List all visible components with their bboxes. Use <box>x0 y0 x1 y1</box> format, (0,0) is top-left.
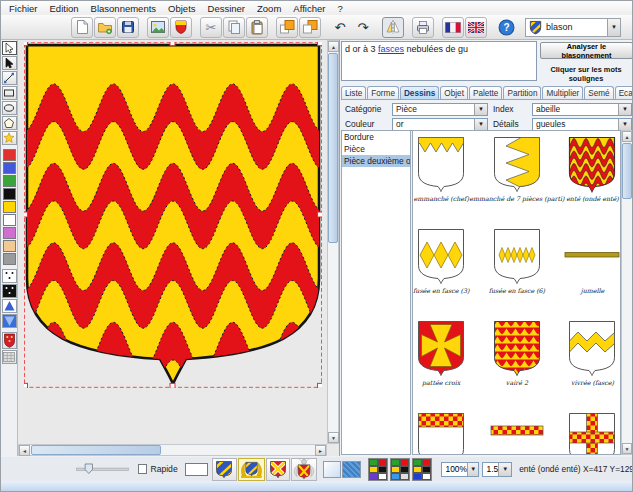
pattern-azure-button[interactable] <box>2 314 17 328</box>
new-document-button[interactable] <box>71 17 93 38</box>
tab-palette[interactable]: Palette <box>469 86 503 99</box>
pattern-ermine-button[interactable] <box>2 269 17 283</box>
cut-button[interactable]: ✂ <box>200 17 222 38</box>
color-swatch[interactable] <box>3 214 16 226</box>
line-tool-button[interactable] <box>2 71 17 85</box>
mirror-button[interactable] <box>382 17 404 38</box>
line-width-select[interactable]: 1.5▼ <box>482 462 512 477</box>
shield-ermine-button[interactable] <box>2 332 17 349</box>
color-swatch[interactable] <box>3 201 16 213</box>
export-image-button[interactable] <box>147 17 169 38</box>
redo-button[interactable]: ↷ <box>352 17 374 38</box>
new-blazon-button[interactable] <box>170 17 192 38</box>
menu-edition[interactable]: Edition <box>44 3 85 14</box>
send-to-back-button[interactable] <box>299 17 321 38</box>
gallery-item-chef-echiquete[interactable] <box>413 407 469 455</box>
select-alt-tool-button[interactable] <box>2 56 17 70</box>
tab-dessins[interactable]: Dessins <box>400 86 439 99</box>
bring-to-front-button[interactable] <box>276 17 298 38</box>
chevron-down-icon[interactable]: ▼ <box>474 119 487 130</box>
palette-color-cell[interactable] <box>413 459 422 466</box>
rectangle-tool-button[interactable] <box>2 86 17 100</box>
gallery-item-vaire-2[interactable]: vairé 2 <box>469 315 564 407</box>
palette-color-cell[interactable] <box>378 473 387 480</box>
palette-color-cell[interactable] <box>369 466 378 473</box>
tab-forme[interactable]: Forme <box>367 86 399 99</box>
preview-shield-saltire-button[interactable] <box>266 458 291 481</box>
tab-seme[interactable]: Semé <box>584 86 613 99</box>
tab-liste[interactable]: Liste <box>341 86 366 99</box>
scroll-up-arrow[interactable]: ▲ <box>328 41 339 52</box>
chevron-down-icon[interactable]: ▼ <box>618 104 631 115</box>
gallery-item-ente-onde[interactable]: enté (ondé enté) <box>564 131 620 223</box>
preview-shield-supporters-button[interactable] <box>238 458 265 481</box>
palette-grid[interactable] <box>412 458 432 481</box>
color-palette-grids[interactable] <box>368 458 434 481</box>
palette-grid[interactable] <box>390 458 410 481</box>
palette-color-cell[interactable] <box>400 459 409 466</box>
texture-fill-swatch[interactable] <box>342 461 360 478</box>
palette-color-cell[interactable] <box>378 459 387 466</box>
drawing-canvas[interactable]: ▲ ▼ ◄ ► <box>18 40 339 456</box>
blazon-word-link[interactable]: fasces <box>378 44 404 54</box>
gallery-scrollbar[interactable]: ▲ ▼ <box>621 130 633 455</box>
list-item[interactable]: Bordure <box>342 131 410 143</box>
gallery-item-pattee-croix[interactable]: pattée croix <box>413 315 469 407</box>
blason-selector[interactable]: blason ▼ <box>525 18 621 37</box>
analyze-blazon-button[interactable]: Analyser le blasonnement <box>540 42 633 59</box>
palette-grid[interactable] <box>368 458 388 481</box>
blazon-text-input[interactable]: d or à 3 fasces nebulées de gu <box>341 41 537 81</box>
palette-color-cell[interactable] <box>369 459 378 466</box>
menu-fichier[interactable]: Fichier <box>3 3 44 14</box>
select-tool-button[interactable] <box>2 41 17 55</box>
chevron-down-icon[interactable]: ▼ <box>618 119 631 130</box>
palette-color-cell[interactable] <box>422 459 431 466</box>
gallery-scroll-thumb[interactable] <box>622 143 632 199</box>
color-swatch[interactable] <box>3 253 16 265</box>
undo-button[interactable]: ↶ <box>329 17 351 38</box>
background-color-swatch[interactable] <box>185 463 208 476</box>
palette-color-cell[interactable] <box>413 466 422 473</box>
palette-color-cell[interactable] <box>422 473 431 480</box>
list-item[interactable]: Pièce <box>342 143 410 155</box>
gallery-item-emmanche-parti[interactable]: emmanché de 7 pièces (parti) <box>469 131 564 223</box>
palette-color-cell[interactable] <box>391 459 400 466</box>
canvas-vertical-scrollbar[interactable]: ▲ ▼ <box>327 40 339 444</box>
pattern-counter-ermine-button[interactable] <box>2 284 17 298</box>
scroll-up-arrow[interactable]: ▲ <box>622 131 632 142</box>
copy-button[interactable] <box>223 17 245 38</box>
tab-ecartele[interactable]: Ecartelé <box>615 86 633 99</box>
tab-multiplier[interactable]: Multiplier <box>542 86 583 99</box>
palette-color-cell[interactable] <box>400 473 409 480</box>
grid-view-button[interactable] <box>2 350 17 364</box>
categorie-select[interactable]: Pièce▼ <box>392 103 488 116</box>
palette-color-cell[interactable] <box>369 473 378 480</box>
gallery-item-jumelle[interactable]: jumelle <box>564 223 620 315</box>
preview-full-achievement-button[interactable] <box>291 458 317 481</box>
save-button[interactable] <box>117 17 139 38</box>
couleur-select[interactable]: or▼ <box>392 118 488 131</box>
canvas-horizontal-scrollbar[interactable]: ◄ ► <box>18 444 327 456</box>
zoom-level-select[interactable]: 100%▼ <box>441 462 479 477</box>
menu-help[interactable]: ? <box>331 3 348 14</box>
details-select[interactable]: gueules▼ <box>532 118 632 131</box>
blason-selector-dropdown-button[interactable]: ▼ <box>607 19 620 36</box>
palette-color-cell[interactable] <box>391 473 400 480</box>
gallery-item-vivree[interactable]: vivrée (fasce) <box>564 315 620 407</box>
slider-thumb[interactable] <box>85 464 92 474</box>
scroll-right-arrow[interactable]: ► <box>315 445 326 456</box>
palette-color-cell[interactable] <box>391 466 400 473</box>
preview-shield-only-button[interactable] <box>212 458 237 481</box>
scroll-down-arrow[interactable]: ▼ <box>328 432 339 443</box>
index-select[interactable]: abeille▼ <box>532 103 632 116</box>
palette-color-cell[interactable] <box>413 473 422 480</box>
chevron-down-icon[interactable]: ▼ <box>467 463 479 476</box>
language-english-button[interactable] <box>465 17 487 38</box>
gradient-fill-swatch[interactable] <box>323 461 341 478</box>
color-swatch[interactable] <box>3 149 16 161</box>
palette-color-cell[interactable] <box>400 466 409 473</box>
tab-partition[interactable]: Partition <box>503 86 541 99</box>
horizontal-scroll-thumb[interactable] <box>31 445 161 455</box>
vertical-scroll-thumb[interactable] <box>328 53 338 243</box>
help-button[interactable]: ? <box>495 17 517 38</box>
